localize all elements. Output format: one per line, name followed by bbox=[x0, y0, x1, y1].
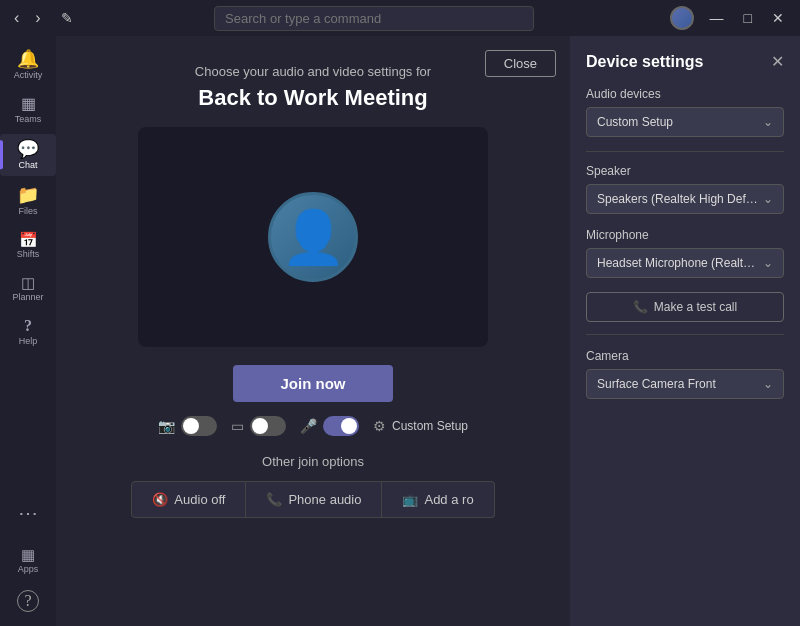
divider bbox=[586, 334, 784, 335]
video-toggle[interactable] bbox=[181, 416, 217, 436]
panel-close-button[interactable]: ✕ bbox=[771, 52, 784, 71]
blur-toggle[interactable] bbox=[250, 416, 286, 436]
avatar[interactable] bbox=[670, 6, 694, 30]
nav-forward-button[interactable]: › bbox=[29, 7, 46, 29]
mic-toggle-group: 🎤 bbox=[300, 416, 359, 436]
nav-buttons: ‹ › bbox=[8, 7, 47, 29]
phone-call-icon: 📞 bbox=[633, 300, 648, 314]
maximize-button[interactable]: □ bbox=[736, 8, 760, 28]
audio-devices-value: Custom Setup bbox=[597, 115, 759, 129]
custom-setup-label: Custom Setup bbox=[392, 419, 468, 433]
other-join-title: Other join options bbox=[56, 454, 570, 469]
camera-dropdown[interactable]: Surface Camera Front ⌄ bbox=[586, 369, 784, 399]
sidebar-item-help[interactable]: ? Help bbox=[0, 312, 56, 352]
microphone-dropdown[interactable]: Headset Microphone (Realtek High D... ⌄ bbox=[586, 248, 784, 278]
sidebar-item-label: Teams bbox=[15, 114, 42, 124]
join-now-button[interactable]: Join now bbox=[233, 365, 393, 402]
compose-button[interactable]: ✎ bbox=[55, 8, 79, 28]
sidebar-more[interactable]: ⋯ bbox=[18, 493, 38, 533]
search-area bbox=[214, 6, 534, 31]
microphone-value: Headset Microphone (Realtek High D... bbox=[597, 256, 759, 270]
join-options-list: 🔇 Audio off 📞 Phone audio 📺 Add a ro bbox=[56, 481, 570, 518]
sidebar-item-files[interactable]: 📁 Files bbox=[0, 180, 56, 222]
device-settings-panel: Device settings ✕ Audio devices Custom S… bbox=[570, 36, 800, 626]
nav-back-button[interactable]: ‹ bbox=[8, 7, 25, 29]
blur-icon: ▭ bbox=[231, 418, 244, 434]
video-toggle-group: 📷 bbox=[158, 416, 217, 436]
other-join-section: Other join options 🔇 Audio off 📞 Phone a… bbox=[56, 454, 570, 518]
sidebar-item-apps[interactable]: ▦ Apps bbox=[0, 541, 56, 580]
make-test-call-label: Make a test call bbox=[654, 300, 737, 314]
divider bbox=[586, 151, 784, 152]
help-icon: ? bbox=[24, 318, 32, 334]
help-circle-icon: ? bbox=[17, 590, 39, 612]
audio-devices-section: Audio devices Custom Setup ⌄ bbox=[586, 87, 784, 137]
main-layout: 🔔 Activity ▦ Teams 💬 Chat 📁 Files 📅 Shif… bbox=[0, 36, 800, 626]
minimize-button[interactable]: — bbox=[702, 8, 732, 28]
settings-icon: ⚙ bbox=[373, 418, 386, 434]
video-avatar: 👤 bbox=[268, 192, 358, 282]
camera-section: Camera Surface Camera Front ⌄ bbox=[586, 349, 784, 399]
sidebar-item-chat[interactable]: 💬 Chat bbox=[0, 134, 56, 176]
meeting-title: Back to Work Meeting bbox=[56, 85, 570, 111]
camera-label: Camera bbox=[586, 349, 784, 363]
audio-devices-dropdown[interactable]: Custom Setup ⌄ bbox=[586, 107, 784, 137]
mic-icon: 🎤 bbox=[300, 418, 317, 434]
microphone-section: Microphone Headset Microphone (Realtek H… bbox=[586, 228, 784, 278]
sidebar-item-help-circle[interactable]: ? bbox=[0, 584, 56, 618]
camera-value: Surface Camera Front bbox=[597, 377, 759, 391]
panel-title: Device settings bbox=[586, 53, 703, 71]
meeting-area: Close Choose your audio and video settin… bbox=[56, 36, 570, 626]
search-input[interactable] bbox=[214, 6, 534, 31]
video-off-icon: 📷 bbox=[158, 418, 175, 434]
speaker-section: Speaker Speakers (Realtek High Definitio… bbox=[586, 164, 784, 214]
files-icon: 📁 bbox=[17, 186, 39, 204]
panel-header: Device settings ✕ bbox=[586, 52, 784, 71]
planner-icon: ◫ bbox=[21, 275, 35, 290]
audio-off-label: Audio off bbox=[174, 492, 225, 507]
video-preview: 👤 bbox=[138, 127, 488, 347]
speaker-value: Speakers (Realtek High Definition Au... bbox=[597, 192, 759, 206]
window-close-button[interactable]: ✕ bbox=[764, 8, 792, 28]
sidebar-item-label: Chat bbox=[18, 160, 37, 170]
sidebar-item-activity[interactable]: 🔔 Activity bbox=[0, 44, 56, 86]
speaker-dropdown[interactable]: Speakers (Realtek High Definition Au... … bbox=[586, 184, 784, 214]
mic-toggle[interactable] bbox=[323, 416, 359, 436]
sidebar-item-label: Help bbox=[19, 336, 38, 346]
speaker-label: Speaker bbox=[586, 164, 784, 178]
sidebar-item-shifts[interactable]: 📅 Shifts bbox=[0, 226, 56, 265]
close-button-wrap: Close bbox=[485, 50, 556, 77]
chevron-down-icon: ⌄ bbox=[763, 115, 773, 129]
apps-icon: ▦ bbox=[21, 547, 35, 562]
chevron-down-icon: ⌄ bbox=[763, 256, 773, 270]
activity-icon: 🔔 bbox=[17, 50, 39, 68]
audio-devices-label: Audio devices bbox=[586, 87, 784, 101]
sidebar-item-label: Planner bbox=[12, 292, 43, 302]
microphone-label: Microphone bbox=[586, 228, 784, 242]
close-meeting-button[interactable]: Close bbox=[485, 50, 556, 77]
title-bar-right: — □ ✕ bbox=[670, 6, 792, 30]
sidebar-item-label: Files bbox=[18, 206, 37, 216]
phone-audio-label: Phone audio bbox=[288, 492, 361, 507]
add-room-label: Add a ro bbox=[424, 492, 473, 507]
chevron-down-icon: ⌄ bbox=[763, 192, 773, 206]
make-test-call-button[interactable]: 📞 Make a test call bbox=[586, 292, 784, 322]
teams-icon: ▦ bbox=[21, 96, 36, 112]
sidebar: 🔔 Activity ▦ Teams 💬 Chat 📁 Files 📅 Shif… bbox=[0, 36, 56, 626]
room-icon: 📺 bbox=[402, 492, 418, 507]
blur-toggle-group: ▭ bbox=[231, 416, 286, 436]
audio-off-option[interactable]: 🔇 Audio off bbox=[131, 481, 246, 518]
settings-group: ⚙ Custom Setup bbox=[373, 418, 468, 434]
phone-icon: 📞 bbox=[266, 492, 282, 507]
chevron-down-icon: ⌄ bbox=[763, 377, 773, 391]
audio-off-icon: 🔇 bbox=[152, 492, 168, 507]
shifts-icon: 📅 bbox=[19, 232, 38, 247]
sidebar-item-label: Shifts bbox=[17, 249, 40, 259]
title-bar-left: ‹ › ✎ bbox=[8, 7, 79, 29]
sidebar-item-teams[interactable]: ▦ Teams bbox=[0, 90, 56, 130]
add-room-option[interactable]: 📺 Add a ro bbox=[382, 481, 494, 518]
sidebar-item-planner[interactable]: ◫ Planner bbox=[0, 269, 56, 308]
chat-icon: 💬 bbox=[17, 140, 39, 158]
sidebar-item-label: Activity bbox=[14, 70, 43, 80]
phone-audio-option[interactable]: 📞 Phone audio bbox=[246, 481, 382, 518]
